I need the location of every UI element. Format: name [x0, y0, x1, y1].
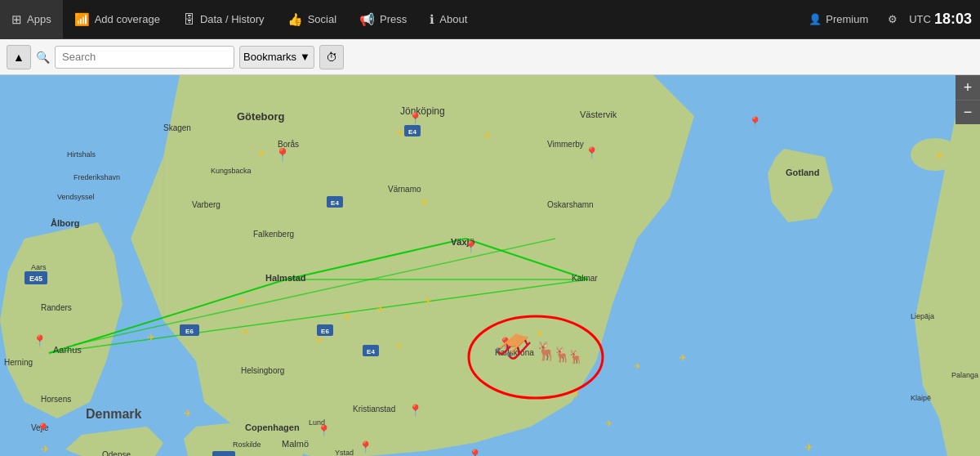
svg-text:Roskilde: Roskilde [233, 440, 261, 449]
svg-text:✈: ✈ [421, 197, 429, 208]
svg-text:Malmö: Malmö [282, 439, 309, 449]
nav-item-data-history[interactable]: 🗄 Data / History [172, 0, 276, 38]
svg-text:✈: ✈ [147, 332, 155, 343]
svg-text:📍: 📍 [274, 147, 291, 163]
user-icon: 👤 [808, 13, 822, 25]
bookmarks-dropdown[interactable]: Bookmarks ▼ [239, 46, 314, 69]
svg-text:✈: ✈ [343, 311, 351, 323]
nav-item-about[interactable]: ℹ About [418, 0, 479, 38]
nav-item-press[interactable]: 📢 Press [348, 0, 418, 38]
svg-text:✈: ✈ [605, 418, 612, 428]
svg-text:✈: ✈ [184, 408, 192, 419]
map-up-button[interactable]: ▲ [7, 45, 31, 69]
zoom-controls: + − [956, 75, 980, 124]
svg-text:Denmark: Denmark [86, 407, 142, 421]
svg-text:✈: ✈ [634, 361, 641, 371]
svg-text:E4: E4 [367, 348, 375, 355]
svg-text:Aarhus: Aarhus [53, 345, 82, 355]
svg-text:Varberg: Varberg [192, 200, 220, 209]
nav-label-social: Social [308, 13, 336, 25]
svg-text:Jönköping: Jönköping [400, 105, 445, 117]
svg-text:✈: ✈ [238, 296, 245, 306]
nav-label-about: About [439, 13, 467, 25]
svg-text:🛷: 🛷 [494, 328, 533, 365]
settings-button[interactable]: ⚙ [880, 13, 906, 25]
svg-text:Skagen: Skagen [163, 123, 191, 132]
nav-right-section: 👤 Premium ⚙ UTC 18:03 [800, 11, 980, 28]
svg-text:📍: 📍 [748, 116, 763, 130]
svg-text:📍: 📍 [33, 334, 47, 348]
svg-text:Horsens: Horsens [41, 395, 71, 404]
nav-item-add-coverage[interactable]: 📶 Add coverage [63, 0, 172, 38]
svg-text:Palanga: Palanga [951, 371, 978, 379]
press-icon: 📢 [359, 12, 375, 27]
utc-clock: UTC 18:03 [909, 11, 972, 28]
apps-icon: ⊞ [11, 12, 22, 27]
svg-text:Aars: Aars [31, 263, 47, 271]
svg-text:✈: ✈ [41, 443, 50, 455]
svg-text:📍: 📍 [585, 146, 599, 160]
svg-text:✈: ✈ [257, 148, 265, 159]
search-input[interactable] [55, 46, 234, 69]
svg-text:✈: ✈ [935, 150, 944, 162]
svg-text:✈: ✈ [376, 304, 384, 314]
zoom-out-button[interactable]: − [956, 100, 980, 124]
search-bar: ▲ 🔍 Bookmarks ▼ ⏱ [0, 39, 980, 75]
chevron-down-icon: ▼ [300, 51, 310, 63]
history-icon: ⏱ [326, 51, 337, 64]
nav-label-data-history: Data / History [200, 13, 265, 25]
svg-text:📍: 📍 [317, 424, 332, 438]
svg-text:Herning: Herning [4, 358, 33, 367]
info-icon: ℹ [430, 12, 434, 27]
svg-text:Hirtshals: Hirtshals [67, 150, 96, 159]
svg-text:Vendsyssel: Vendsyssel [57, 193, 95, 201]
svg-text:✈: ✈ [804, 441, 813, 454]
svg-text:✈: ✈ [315, 335, 323, 345]
map-view[interactable]: E45 E45 E6 E20 E20 E47 E4 E6 E4 E4 Göteb… [0, 75, 980, 456]
svg-text:E45: E45 [29, 275, 42, 283]
nav-item-social[interactable]: 👍 Social [276, 0, 348, 38]
svg-text:Randers: Randers [41, 303, 72, 312]
premium-button[interactable]: 👤 Premium [800, 13, 876, 25]
svg-text:Liepāja: Liepāja [911, 312, 934, 320]
svg-text:E6: E6 [185, 328, 194, 335]
svg-text:📍: 📍 [468, 449, 483, 456]
utc-label: UTC [909, 13, 931, 25]
zoom-in-button[interactable]: + [956, 75, 980, 100]
svg-text:✈: ✈ [242, 327, 249, 337]
premium-label: Premium [826, 13, 868, 25]
clock-time: 18:03 [934, 11, 972, 28]
nav-label-add-coverage: Add coverage [95, 13, 160, 25]
svg-text:Klaipē: Klaipē [911, 394, 931, 402]
svg-text:Ålborg: Ålborg [51, 218, 79, 228]
top-navigation: ⊞ Apps 📶 Add coverage 🗄 Data / History 👍… [0, 0, 980, 39]
svg-text:✈: ✈ [483, 130, 492, 141]
svg-text:✈: ✈ [536, 329, 543, 338]
nav-label-press: Press [380, 13, 407, 25]
nav-label-apps: Apps [27, 13, 51, 25]
svg-text:Frederikshavn: Frederikshavn [74, 173, 120, 181]
svg-text:Copenhagen: Copenhagen [245, 422, 300, 432]
svg-text:Kungsbacka: Kungsbacka [211, 167, 252, 175]
svg-text:E6: E6 [321, 328, 329, 335]
up-arrow-icon: ▲ [13, 51, 24, 64]
nav-item-apps[interactable]: ⊞ Apps [0, 0, 63, 38]
bookmarks-label: Bookmarks [243, 51, 296, 63]
svg-text:Helsingborg: Helsingborg [241, 366, 284, 375]
svg-text:✈: ✈ [396, 127, 404, 139]
coverage-icon: 📶 [74, 12, 90, 27]
svg-text:📍: 📍 [408, 112, 423, 126]
svg-text:✈: ✈ [424, 296, 431, 306]
svg-text:E4: E4 [408, 128, 416, 136]
svg-text:Vimmerby: Vimmerby [547, 140, 584, 149]
svg-text:E4: E4 [331, 199, 339, 207]
history-button[interactable]: ⏱ [319, 45, 344, 69]
svg-text:✈: ✈ [679, 352, 687, 364]
svg-text:Odense: Odense [102, 450, 131, 456]
svg-text:Ystad: Ystad [335, 449, 354, 456]
svg-text:🦌: 🦌 [568, 349, 584, 364]
svg-text:Göteborg: Göteborg [237, 110, 285, 123]
svg-text:📍: 📍 [408, 404, 423, 418]
svg-text:📍: 📍 [359, 440, 373, 454]
svg-text:Gotland: Gotland [786, 168, 820, 177]
